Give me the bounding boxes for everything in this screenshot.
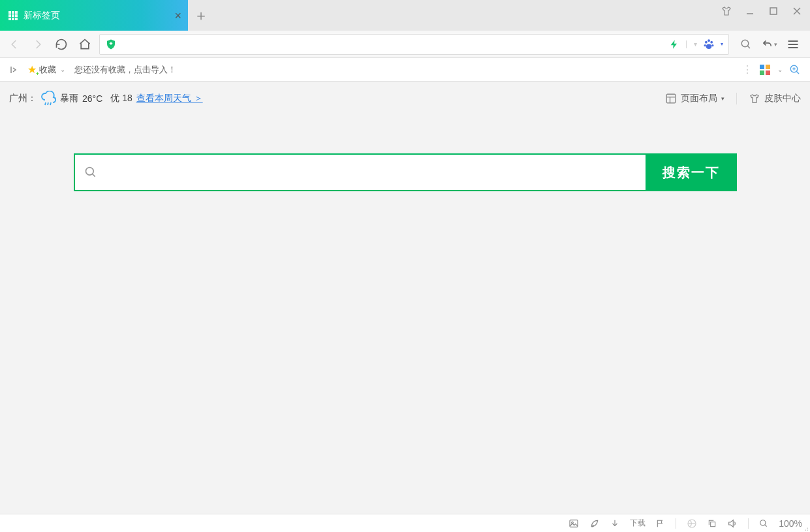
reload-button[interactable] [52, 35, 70, 54]
weather-aqi: 优 18 [110, 93, 132, 104]
maximize-button[interactable] [764, 4, 783, 18]
download-arrow-icon[interactable] [610, 519, 619, 528]
main-search-area: 搜索一下 [0, 153, 810, 191]
chevron-down-icon[interactable]: ⌄ [777, 66, 783, 73]
svg-rect-10 [770, 8, 777, 14]
window-controls [717, 0, 806, 31]
chevron-down-icon[interactable]: ▾ [721, 41, 723, 47]
svg-point-14 [708, 39, 710, 42]
svg-line-20 [747, 46, 750, 48]
rain-icon [40, 91, 56, 106]
svg-rect-45 [711, 522, 715, 526]
address-bar[interactable]: │ ▾ ▾ [99, 34, 729, 55]
volume-icon[interactable] [727, 518, 738, 529]
svg-rect-25 [760, 65, 764, 69]
chevron-down-icon: ▾ [774, 41, 777, 48]
toolbar-right: ▾ [734, 37, 805, 52]
url-input[interactable] [122, 35, 664, 54]
svg-point-15 [710, 40, 713, 43]
bookmarks-bar: ★+ 收藏 ⌄ 您还没有收藏，点击导入！ ⋮ ⌄ [0, 58, 810, 82]
svg-rect-26 [766, 65, 770, 69]
search-icon [84, 166, 97, 179]
flag-icon[interactable] [656, 519, 665, 528]
baidu-paw-icon[interactable] [702, 38, 715, 51]
download-label[interactable]: 下载 [630, 518, 646, 529]
menu-button[interactable] [785, 37, 801, 52]
chevron-down-icon: ⌄ [60, 66, 65, 73]
rocket-icon[interactable] [589, 518, 600, 529]
skin-center-label: 皮肤中心 [764, 93, 801, 104]
page-layout-button[interactable]: 页面布局 ▾ [665, 93, 724, 104]
image-icon[interactable] [569, 518, 579, 529]
svg-rect-4 [12, 14, 14, 17]
svg-rect-8 [15, 18, 18, 20]
search-input-wrapper[interactable] [74, 153, 646, 191]
home-button[interactable] [76, 35, 94, 54]
svg-line-35 [50, 102, 51, 105]
svg-rect-36 [666, 94, 676, 103]
star-icon: ★+ [27, 63, 37, 76]
page-layout-label: 页面布局 [681, 93, 717, 104]
browser-tab[interactable]: 新标签页 × [0, 0, 188, 31]
svg-rect-28 [766, 70, 770, 75]
favorites-label: 收藏 [39, 64, 56, 76]
weather-city-label: 广州： [9, 93, 37, 104]
status-bar: 下载 100% ⣠ [0, 514, 810, 532]
main-search-input[interactable] [104, 166, 636, 178]
svg-line-30 [796, 71, 799, 74]
weather-condition: 暴雨 [60, 93, 78, 104]
search-icon[interactable] [738, 37, 754, 52]
expand-sidebar-icon[interactable] [9, 65, 18, 74]
weather-temp: 26°C [82, 93, 102, 104]
minimize-button[interactable] [741, 4, 759, 18]
ie-mode-icon[interactable] [687, 518, 697, 529]
bookmarks-bar-right: ⋮ ⌄ [742, 63, 801, 76]
svg-line-40 [92, 174, 95, 177]
svg-rect-6 [8, 18, 11, 20]
tab-title: 新标签页 [23, 10, 60, 22]
svg-point-39 [86, 168, 93, 176]
divider [748, 518, 749, 529]
zoom-level[interactable]: 100% [779, 518, 802, 529]
tshirt-icon[interactable] [717, 4, 736, 18]
svg-point-13 [705, 40, 708, 43]
svg-point-19 [741, 40, 749, 47]
info-strip: 广州： 暴雨 26°C 优 18 查看本周天气 ＞ 页面布局 ▾ 皮肤中心 [0, 82, 810, 116]
extensions-grid-icon[interactable] [759, 64, 771, 76]
search-button[interactable]: 搜索一下 [646, 153, 737, 191]
page-content: 广州： 暴雨 26°C 优 18 查看本周天气 ＞ 页面布局 ▾ 皮肤中心 [0, 82, 810, 514]
svg-line-47 [765, 524, 767, 526]
new-tab-button[interactable]: ＋ [188, 0, 214, 31]
svg-line-33 [45, 102, 46, 105]
back-button[interactable] [5, 35, 23, 54]
zoom-icon[interactable] [759, 519, 768, 528]
lightning-icon[interactable] [669, 39, 679, 50]
svg-rect-27 [760, 70, 764, 75]
svg-rect-41 [570, 520, 578, 527]
svg-rect-5 [15, 14, 18, 17]
svg-line-34 [48, 102, 48, 105]
svg-rect-3 [8, 14, 11, 17]
weather-forecast-link[interactable]: 查看本周天气 ＞ [136, 93, 203, 104]
divider [736, 93, 737, 104]
forward-button[interactable] [29, 35, 47, 54]
tab-close-icon[interactable]: × [174, 8, 181, 22]
favorites-button[interactable]: ★+ 收藏 ⌄ [27, 63, 65, 76]
svg-rect-0 [8, 11, 11, 14]
resize-grip-icon[interactable]: ⣠ [804, 524, 809, 531]
shield-icon [105, 39, 117, 50]
tab-bar: 新标签页 × ＋ [0, 0, 810, 31]
svg-rect-2 [15, 11, 18, 14]
copy-icon[interactable] [708, 519, 717, 528]
bookmarks-empty-hint[interactable]: 您还没有收藏，点击导入！ [74, 64, 176, 76]
close-window-button[interactable] [788, 4, 806, 18]
skin-center-button[interactable]: 皮肤中心 [749, 93, 801, 104]
search-box: 搜索一下 [74, 153, 737, 191]
svg-point-16 [704, 44, 706, 46]
undo-button[interactable]: ▾ [762, 37, 777, 52]
tab-grid-icon [8, 10, 23, 21]
svg-rect-1 [12, 11, 14, 14]
navigation-toolbar: │ ▾ ▾ ▾ [0, 31, 810, 58]
chevron-down-icon[interactable]: ▾ [694, 40, 697, 48]
magnifier-plus-icon[interactable] [789, 64, 801, 76]
